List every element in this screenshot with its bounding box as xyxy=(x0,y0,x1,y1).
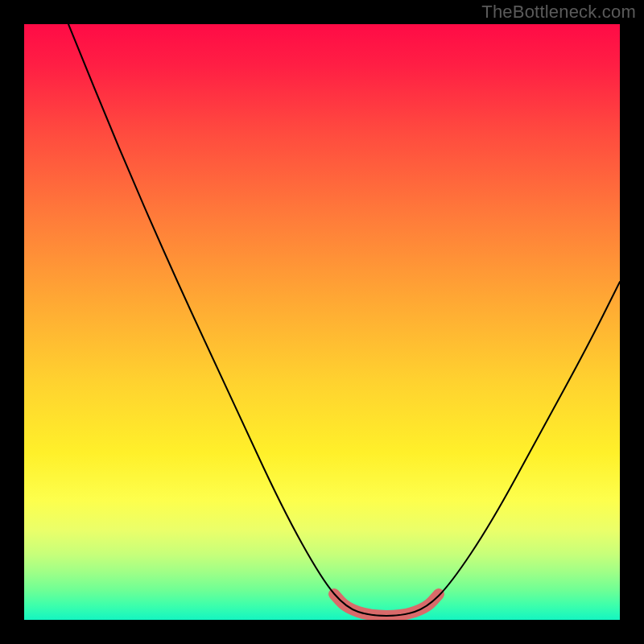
chart-frame: TheBottleneck.com xyxy=(0,0,644,644)
curve-svg xyxy=(24,24,620,620)
watermark-text: TheBottleneck.com xyxy=(481,2,636,23)
curve-accent-bottom xyxy=(334,594,439,616)
plot-area xyxy=(24,24,620,620)
curve-line xyxy=(68,24,620,616)
